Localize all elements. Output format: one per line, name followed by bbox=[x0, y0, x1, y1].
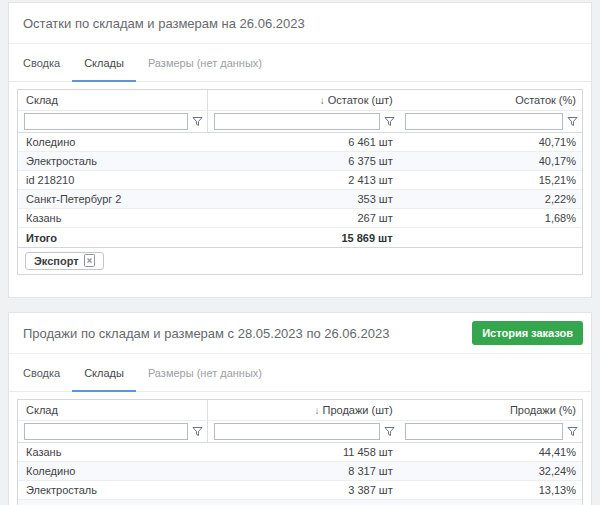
column-header-qty[interactable]: ↓Продажи (шт) bbox=[207, 400, 399, 420]
sort-descending-icon: ↓ bbox=[315, 405, 320, 416]
column-header-pct[interactable]: Продажи (%) bbox=[399, 400, 582, 420]
tab-svodka[interactable]: Сводка bbox=[23, 44, 72, 81]
table-row: Коледино 8 317 шт 32,24% bbox=[18, 462, 582, 481]
pct-value: 2,22% bbox=[399, 193, 582, 205]
column-header-warehouse[interactable]: Склад bbox=[18, 90, 207, 110]
filter-row bbox=[18, 111, 582, 133]
qty-value: 8 317 шт bbox=[207, 465, 399, 477]
table-row: id 218210 2 413 шт 15,21% bbox=[18, 171, 582, 190]
column-header-warehouse[interactable]: Склад bbox=[18, 400, 207, 420]
warehouse-name: Санкт-Петербург 2 bbox=[18, 193, 207, 205]
pct-value: 32,24% bbox=[399, 465, 582, 477]
pct-value: 44,41% bbox=[399, 446, 582, 458]
table-row: Электросталь 3 387 шт 13,13% bbox=[18, 481, 582, 500]
spreadsheet-file-icon bbox=[84, 254, 95, 269]
pct-value: 40,71% bbox=[399, 136, 582, 148]
filter-icon[interactable] bbox=[192, 426, 203, 437]
pct-value: 13,13% bbox=[399, 484, 582, 496]
table-header-row: Склад ↓Остаток (шт) Остаток (%) bbox=[18, 90, 582, 111]
total-row: Итого 15 869 шт bbox=[18, 228, 582, 248]
qty-value: 11 458 шт bbox=[207, 446, 399, 458]
stock-panel-header: Остатки по складам и размерам на 26.06.2… bbox=[9, 3, 591, 44]
tab-razmery[interactable]: Размеры (нет данных) bbox=[136, 354, 274, 391]
warehouse-name: Казань bbox=[18, 446, 207, 458]
tab-razmery[interactable]: Размеры (нет данных) bbox=[136, 44, 274, 81]
tab-svodka[interactable]: Сводка bbox=[23, 354, 72, 391]
sales-panel-header: Продажи по складам и размерам с 28.05.20… bbox=[9, 313, 591, 354]
tab-sklady[interactable]: Склады bbox=[72, 354, 136, 391]
pct-value: 40,17% bbox=[399, 155, 582, 167]
warehouse-name: Электросталь bbox=[18, 484, 207, 496]
qty-value: 3 387 шт bbox=[207, 484, 399, 496]
export-button-label: Экспорт bbox=[34, 255, 79, 267]
filter-icon[interactable] bbox=[384, 426, 395, 437]
column-header-pct[interactable]: Остаток (%) bbox=[399, 90, 582, 110]
warehouse-name: Казань bbox=[18, 212, 207, 224]
total-qty: 15 869 шт bbox=[207, 232, 399, 244]
table-row: Казань 267 шт 1,68% bbox=[18, 209, 582, 228]
export-button[interactable]: Экспорт bbox=[25, 252, 104, 270]
column-header-qty-label: Продажи (шт) bbox=[323, 404, 393, 416]
warehouse-name: id 218210 bbox=[18, 174, 207, 186]
export-row: Экспорт bbox=[18, 248, 582, 274]
warehouse-name: Коледино bbox=[18, 136, 207, 148]
table-row: Краснодар 2 1 764 шт 6,84% bbox=[18, 500, 582, 505]
page-title: Остатки по складам и размерам на 26.06.2… bbox=[23, 16, 305, 31]
filter-qty-input[interactable] bbox=[214, 113, 380, 130]
filter-warehouse-input[interactable] bbox=[24, 423, 188, 440]
order-history-button[interactable]: История заказов bbox=[472, 321, 583, 345]
total-label: Итого bbox=[18, 232, 207, 244]
table-row: Коледино 6 461 шт 40,71% bbox=[18, 133, 582, 152]
filter-pct-input[interactable] bbox=[405, 423, 563, 440]
sales-panel: Продажи по складам и размерам с 28.05.20… bbox=[8, 312, 592, 505]
column-header-qty[interactable]: ↓Остаток (шт) bbox=[207, 90, 399, 110]
page-title: Продажи по складам и размерам с 28.05.20… bbox=[23, 326, 389, 341]
pct-value: 1,68% bbox=[399, 212, 582, 224]
sales-tabs: Сводка Склады Размеры (нет данных) bbox=[9, 354, 591, 392]
filter-row bbox=[18, 421, 582, 443]
warehouse-name: Электросталь bbox=[18, 155, 207, 167]
filter-icon[interactable] bbox=[192, 116, 203, 127]
filter-icon[interactable] bbox=[567, 116, 578, 127]
filter-pct-input[interactable] bbox=[405, 113, 563, 130]
sort-descending-icon: ↓ bbox=[320, 95, 325, 106]
filter-warehouse-input[interactable] bbox=[24, 113, 188, 130]
table-row: Казань 11 458 шт 44,41% bbox=[18, 443, 582, 462]
stock-tabs: Сводка Склады Размеры (нет данных) bbox=[9, 44, 591, 82]
table-header-row: Склад ↓Продажи (шт) Продажи (%) bbox=[18, 400, 582, 421]
stock-table: Склад ↓Остаток (шт) Остаток (%) Коледино… bbox=[17, 89, 583, 275]
qty-value: 2 413 шт bbox=[207, 174, 399, 186]
filter-icon[interactable] bbox=[384, 116, 395, 127]
sales-table: Склад ↓Продажи (шт) Продажи (%) Казань 1… bbox=[17, 399, 583, 505]
warehouse-name: Коледино bbox=[18, 465, 207, 477]
qty-value: 6 375 шт bbox=[207, 155, 399, 167]
qty-value: 267 шт bbox=[207, 212, 399, 224]
table-row: Электросталь 6 375 шт 40,17% bbox=[18, 152, 582, 171]
qty-value: 6 461 шт bbox=[207, 136, 399, 148]
stock-panel: Остатки по складам и размерам на 26.06.2… bbox=[8, 2, 592, 298]
filter-icon[interactable] bbox=[567, 426, 578, 437]
filter-qty-input[interactable] bbox=[214, 423, 380, 440]
qty-value: 353 шт bbox=[207, 193, 399, 205]
tab-sklady[interactable]: Склады bbox=[72, 44, 136, 81]
table-row: Санкт-Петербург 2 353 шт 2,22% bbox=[18, 190, 582, 209]
pct-value: 15,21% bbox=[399, 174, 582, 186]
column-header-qty-label: Остаток (шт) bbox=[328, 94, 393, 106]
